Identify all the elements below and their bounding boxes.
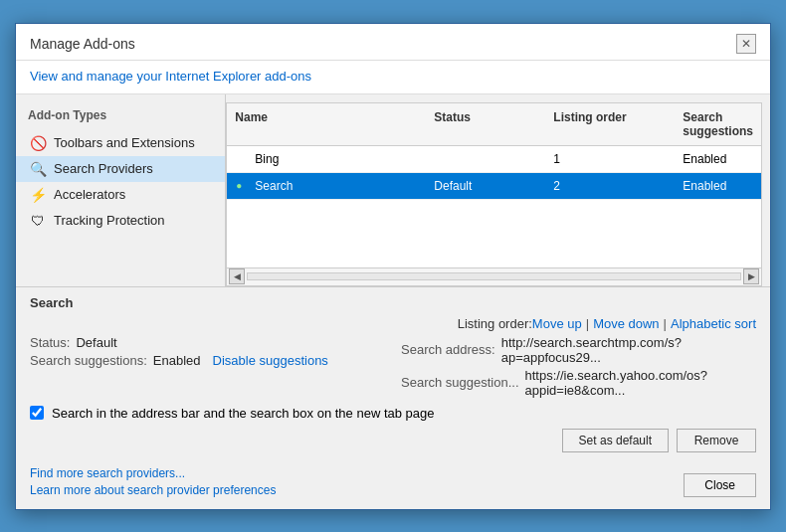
tracking-icon: 🛡	[30, 213, 46, 229]
row-listing-search: 2	[545, 176, 675, 196]
row-name-bing: Bing	[251, 149, 426, 169]
status-label: Status:	[30, 335, 70, 350]
horizontal-scrollbar[interactable]: ◀ ▶	[227, 267, 761, 285]
table-row[interactable]: ● Search Default 2 Enabled	[227, 173, 761, 200]
set-default-button[interactable]: Set as default	[562, 429, 669, 452]
close-dialog-button[interactable]: Close	[684, 473, 756, 497]
table-scroll-area[interactable]: Bing 1 Enabled ● Search Default 2 Enable…	[227, 146, 761, 267]
scroll-right-btn[interactable]: ▶	[743, 268, 759, 284]
remove-button[interactable]: Remove	[677, 429, 756, 452]
search-icon: 🔍	[30, 161, 46, 177]
subtitle-link[interactable]: View and manage your Internet Explorer a…	[30, 69, 311, 84]
move-up-link[interactable]: Move up	[532, 316, 582, 331]
row-name-search: Search	[251, 176, 426, 196]
learn-more-link[interactable]: Learn more about search provider prefere…	[30, 483, 276, 497]
sidebar-section-title: Add-on Types	[16, 104, 225, 130]
sidebar-item-tracking[interactable]: 🛡 Tracking Protection	[16, 208, 225, 234]
suggestions-value: Enabled	[153, 353, 201, 368]
row-status-search: Default	[426, 176, 545, 196]
row-listing-bing: 1	[545, 149, 675, 169]
sidebar-item-toolbars[interactable]: 🚫 Toolbars and Extensions	[16, 130, 225, 156]
sidebar-item-label-accelerators: Accelerators	[54, 187, 125, 202]
search-checkbox-label: Search in the address bar and the search…	[52, 406, 434, 421]
disable-suggestions-link[interactable]: Disable suggestions	[213, 353, 328, 368]
sidebar-item-search[interactable]: 🔍 Search Providers	[16, 156, 225, 182]
col-header-status: Status	[426, 107, 545, 141]
search-checkbox[interactable]	[30, 406, 44, 420]
suggestion-url-label: Search suggestion...	[401, 375, 519, 390]
row-suggestions-bing: Enabled	[675, 149, 761, 169]
suggestion-url-value: https://ie.search.yahoo.com/os?appid=ie8…	[525, 368, 756, 398]
sidebar-item-label-tracking: Tracking Protection	[54, 213, 165, 228]
scroll-left-btn[interactable]: ◀	[229, 268, 245, 284]
col-header-listing: Listing order	[545, 107, 675, 141]
sidebar-item-label-search: Search Providers	[54, 161, 153, 176]
alphabetic-sort-link[interactable]: Alphabetic sort	[671, 316, 756, 331]
detail-section-title: Search	[30, 295, 756, 310]
separator1: |	[586, 316, 589, 331]
separator2: |	[664, 316, 667, 331]
move-down-link[interactable]: Move down	[593, 316, 659, 331]
search-address-label: Search address:	[401, 342, 495, 357]
row-icon-search: ●	[227, 180, 251, 191]
row-suggestions-search: Enabled	[675, 176, 761, 196]
toolbars-icon: 🚫	[30, 135, 46, 151]
find-providers-link[interactable]: Find more search providers...	[30, 466, 276, 480]
status-value: Default	[76, 335, 116, 350]
col-header-name: Name	[227, 107, 426, 141]
close-icon[interactable]: ✕	[736, 34, 756, 54]
sidebar-item-label-toolbars: Toolbars and Extensions	[54, 135, 195, 150]
sidebar-item-accelerators[interactable]: ⚡ Accelerators	[16, 182, 225, 208]
row-status-bing	[426, 156, 545, 162]
suggestions-label: Search suggestions:	[30, 353, 147, 368]
listing-order-label: Listing order:	[458, 316, 532, 331]
scroll-track[interactable]	[247, 272, 741, 280]
dialog-title: Manage Add-ons	[30, 36, 135, 52]
table-row[interactable]: Bing 1 Enabled	[227, 146, 761, 173]
accelerators-icon: ⚡	[30, 187, 46, 203]
search-address-value: http://search.searchtmp.com/s?ap=appfocu…	[501, 335, 756, 365]
col-header-suggestions: Search suggestions	[675, 107, 761, 141]
